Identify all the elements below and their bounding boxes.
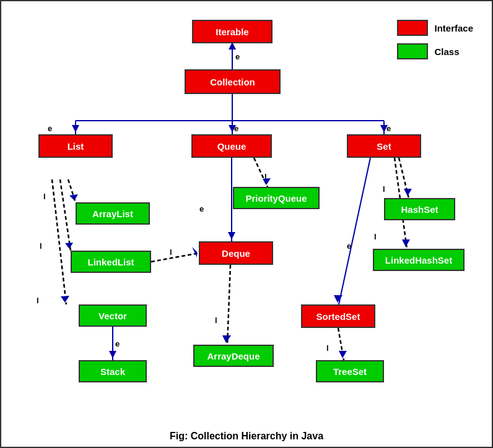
legend-interface-box — [397, 20, 428, 36]
svg-line-26 — [254, 158, 268, 187]
node-priorityqueue: PriorityQueue — [233, 187, 320, 209]
svg-line-14 — [68, 179, 76, 202]
svg-marker-8 — [229, 125, 236, 132]
svg-text:e: e — [234, 124, 238, 133]
svg-text:e: e — [235, 52, 240, 61]
main-container: e e e e l l — [0, 0, 493, 448]
svg-text:l: l — [264, 172, 267, 181]
svg-marker-36 — [192, 247, 197, 257]
node-treeset: TreeSet — [316, 360, 384, 382]
node-arraylist: ArrayList — [76, 202, 150, 225]
node-deque: Deque — [199, 241, 273, 265]
svg-text:e: e — [199, 204, 204, 213]
svg-marker-10 — [380, 125, 388, 132]
svg-line-17 — [60, 179, 71, 251]
svg-text:l: l — [37, 296, 39, 305]
svg-text:l: l — [170, 248, 172, 257]
node-linkedhashset: LinkedHashSet — [373, 249, 465, 271]
svg-text:e: e — [115, 339, 120, 348]
svg-marker-21 — [61, 296, 69, 303]
svg-marker-33 — [222, 335, 231, 343]
node-vector: Vector — [79, 304, 147, 327]
svg-marker-27 — [263, 178, 271, 185]
svg-text:l: l — [215, 316, 217, 325]
svg-line-32 — [227, 265, 230, 345]
node-linkedlist: LinkedList — [71, 251, 151, 273]
svg-text:l: l — [383, 184, 385, 194]
svg-marker-42 — [402, 239, 410, 247]
legend: Interface Class — [397, 20, 473, 59]
svg-marker-39 — [404, 189, 412, 196]
figure-caption: Fig: Collection Hierarchy in Java — [1, 431, 492, 442]
svg-text:e: e — [48, 124, 52, 133]
svg-line-38 — [399, 158, 409, 198]
svg-marker-18 — [65, 243, 73, 249]
node-queue: Queue — [191, 134, 272, 158]
svg-line-35 — [151, 253, 199, 262]
svg-line-44 — [339, 158, 370, 304]
svg-marker-15 — [69, 194, 78, 200]
svg-text:l: l — [374, 232, 377, 241]
legend-class-label: Class — [434, 46, 459, 57]
svg-marker-48 — [339, 351, 347, 358]
legend-interface-label: Interface — [434, 23, 473, 33]
svg-marker-6 — [72, 125, 79, 132]
node-set: Set — [347, 134, 421, 158]
legend-class: Class — [397, 43, 473, 59]
svg-text:e: e — [347, 241, 351, 251]
node-hashset: HashSet — [384, 198, 455, 220]
diagram-area: e e e e l l — [1, 1, 492, 422]
svg-line-47 — [338, 328, 344, 360]
svg-text:l: l — [43, 192, 46, 201]
node-iterable: Iterable — [192, 20, 273, 43]
svg-marker-24 — [109, 351, 116, 358]
node-sortedset: SortedSet — [301, 304, 375, 328]
node-stack: Stack — [79, 360, 147, 382]
svg-marker-30 — [228, 232, 235, 239]
svg-line-20 — [52, 179, 66, 304]
svg-marker-45 — [334, 295, 342, 303]
node-arraydeque: ArrayDeque — [193, 345, 274, 367]
legend-class-box — [397, 43, 428, 59]
svg-text:l: l — [40, 241, 42, 251]
legend-interface: Interface — [397, 20, 473, 36]
node-list: List — [38, 134, 113, 158]
svg-text:l: l — [326, 343, 329, 353]
node-collection: Collection — [185, 69, 281, 94]
svg-text:e: e — [386, 124, 391, 133]
